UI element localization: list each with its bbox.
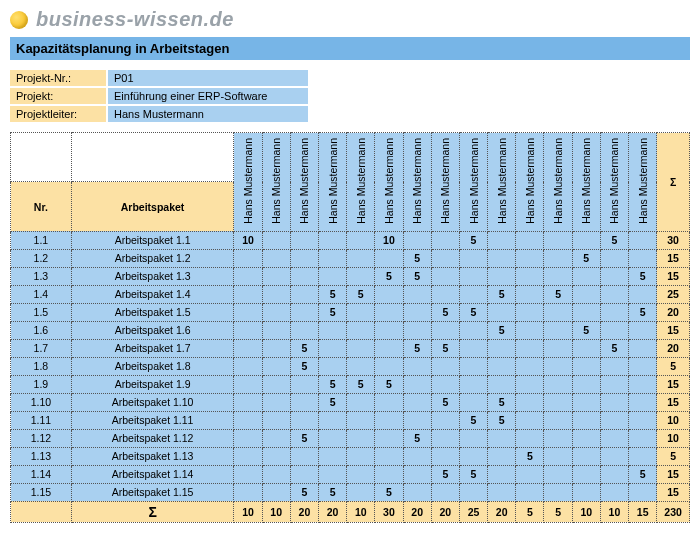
cell-value[interactable] <box>403 303 431 321</box>
cell-value[interactable] <box>544 429 572 447</box>
cell-value[interactable] <box>234 303 262 321</box>
cell-arbeitspaket[interactable]: Arbeitspaket 1.9 <box>71 375 234 393</box>
cell-value[interactable] <box>234 447 262 465</box>
cell-value[interactable] <box>403 285 431 303</box>
cell-value[interactable] <box>488 267 516 285</box>
cell-arbeitspaket[interactable]: Arbeitspaket 1.4 <box>71 285 234 303</box>
cell-value[interactable] <box>544 267 572 285</box>
cell-value[interactable] <box>516 285 544 303</box>
cell-value[interactable] <box>234 339 262 357</box>
cell-value[interactable] <box>459 429 487 447</box>
cell-value[interactable] <box>600 249 628 267</box>
cell-value[interactable] <box>234 411 262 429</box>
cell-value[interactable] <box>347 249 375 267</box>
cell-value[interactable] <box>262 447 290 465</box>
meta-project-nr-value[interactable]: P01 <box>108 70 308 86</box>
cell-value[interactable] <box>318 357 346 375</box>
cell-value[interactable]: 5 <box>544 285 572 303</box>
cell-value[interactable]: 5 <box>347 285 375 303</box>
cell-nr[interactable]: 1.11 <box>11 411 72 429</box>
cell-value[interactable] <box>544 303 572 321</box>
cell-value[interactable]: 5 <box>290 483 318 501</box>
cell-value[interactable]: 5 <box>431 465 459 483</box>
cell-nr[interactable]: 1.6 <box>11 321 72 339</box>
cell-value[interactable] <box>459 267 487 285</box>
cell-value[interactable]: 5 <box>431 393 459 411</box>
cell-value[interactable] <box>572 411 600 429</box>
cell-value[interactable] <box>629 339 657 357</box>
cell-value[interactable] <box>459 375 487 393</box>
cell-value[interactable] <box>290 249 318 267</box>
cell-value[interactable] <box>262 231 290 249</box>
cell-value[interactable] <box>262 375 290 393</box>
cell-value[interactable]: 5 <box>318 375 346 393</box>
cell-value[interactable] <box>516 411 544 429</box>
cell-value[interactable]: 5 <box>403 339 431 357</box>
cell-value[interactable] <box>375 465 403 483</box>
cell-value[interactable] <box>488 249 516 267</box>
cell-value[interactable] <box>403 357 431 375</box>
cell-value[interactable] <box>318 231 346 249</box>
cell-value[interactable] <box>431 447 459 465</box>
cell-nr[interactable]: 1.12 <box>11 429 72 447</box>
cell-value[interactable] <box>290 303 318 321</box>
cell-value[interactable]: 5 <box>431 303 459 321</box>
cell-value[interactable] <box>516 483 544 501</box>
cell-value[interactable] <box>629 483 657 501</box>
cell-value[interactable] <box>459 483 487 501</box>
cell-value[interactable] <box>629 285 657 303</box>
cell-value[interactable] <box>375 357 403 375</box>
cell-value[interactable] <box>262 303 290 321</box>
cell-value[interactable] <box>403 411 431 429</box>
cell-value[interactable]: 5 <box>488 285 516 303</box>
cell-nr[interactable]: 1.5 <box>11 303 72 321</box>
cell-value[interactable] <box>347 411 375 429</box>
cell-value[interactable] <box>290 465 318 483</box>
cell-value[interactable] <box>572 339 600 357</box>
cell-value[interactable] <box>600 357 628 375</box>
cell-value[interactable] <box>516 321 544 339</box>
cell-value[interactable] <box>375 249 403 267</box>
cell-value[interactable] <box>234 267 262 285</box>
cell-value[interactable] <box>516 465 544 483</box>
cell-value[interactable]: 5 <box>600 231 628 249</box>
cell-arbeitspaket[interactable]: Arbeitspaket 1.7 <box>71 339 234 357</box>
cell-nr[interactable]: 1.3 <box>11 267 72 285</box>
cell-value[interactable] <box>347 303 375 321</box>
cell-value[interactable] <box>262 339 290 357</box>
cell-value[interactable] <box>459 339 487 357</box>
cell-value[interactable] <box>600 285 628 303</box>
cell-value[interactable] <box>572 393 600 411</box>
cell-value[interactable] <box>347 483 375 501</box>
cell-value[interactable] <box>488 303 516 321</box>
cell-value[interactable] <box>347 393 375 411</box>
cell-value[interactable] <box>572 429 600 447</box>
cell-value[interactable]: 5 <box>488 393 516 411</box>
cell-arbeitspaket[interactable]: Arbeitspaket 1.2 <box>71 249 234 267</box>
cell-value[interactable] <box>431 267 459 285</box>
cell-value[interactable] <box>600 447 628 465</box>
cell-value[interactable] <box>544 393 572 411</box>
cell-value[interactable] <box>629 411 657 429</box>
cell-value[interactable] <box>544 375 572 393</box>
cell-nr[interactable]: 1.13 <box>11 447 72 465</box>
cell-value[interactable]: 5 <box>629 465 657 483</box>
cell-value[interactable] <box>234 249 262 267</box>
cell-value[interactable] <box>234 393 262 411</box>
cell-value[interactable] <box>375 321 403 339</box>
cell-value[interactable]: 5 <box>629 267 657 285</box>
cell-value[interactable] <box>600 411 628 429</box>
cell-value[interactable] <box>403 393 431 411</box>
cell-value[interactable] <box>600 267 628 285</box>
cell-value[interactable] <box>488 357 516 375</box>
cell-value[interactable]: 5 <box>431 339 459 357</box>
cell-value[interactable] <box>290 375 318 393</box>
cell-value[interactable] <box>459 357 487 375</box>
cell-value[interactable] <box>600 429 628 447</box>
cell-value[interactable] <box>488 231 516 249</box>
cell-value[interactable] <box>318 465 346 483</box>
cell-value[interactable] <box>347 429 375 447</box>
cell-value[interactable] <box>629 429 657 447</box>
cell-value[interactable] <box>262 267 290 285</box>
cell-value[interactable] <box>318 429 346 447</box>
